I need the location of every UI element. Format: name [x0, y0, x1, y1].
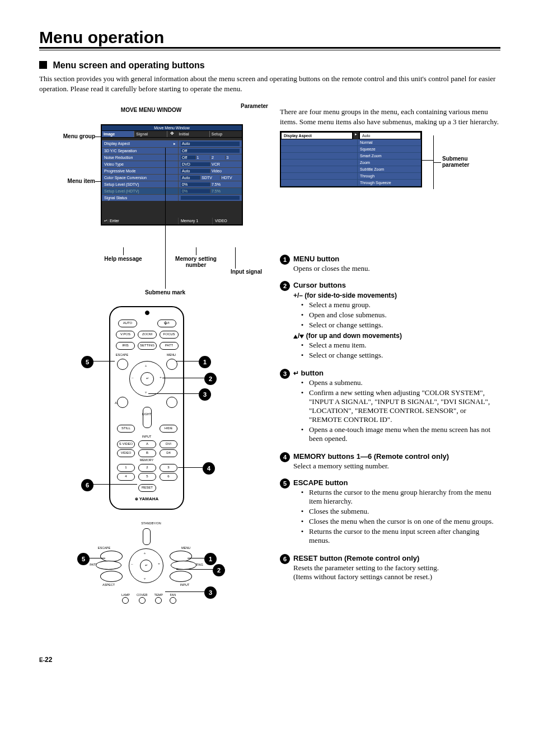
remote-hide: HIDE — [160, 425, 177, 433]
submenu-head-val: Auto — [359, 132, 421, 139]
desc-body: Select a memory setting number. — [293, 462, 500, 471]
panel-fan-led — [170, 597, 176, 604]
callout-num: 1 — [280, 255, 290, 265]
callout-2: 2 — [204, 373, 217, 385]
menu-row: Noise ReductionOff123 — [102, 154, 242, 161]
page-title: Menu operation — [39, 28, 500, 49]
panel-standby-label: STANDBY/ON — [137, 522, 165, 525]
panel-enter-btn: ↵ — [140, 560, 152, 572]
callout-5: 5 — [81, 356, 93, 368]
menu-row: 3D Y/C SeparationOff — [102, 147, 242, 154]
remote-m5: 5 — [138, 473, 156, 481]
submenu-item: Through Squeeze — [281, 180, 421, 186]
tab-signal: Signal — [134, 131, 167, 137]
menu-footer: ↵: Enter Memory 1 VIDEO — [102, 218, 242, 224]
desc-title: Cursor buttons — [293, 281, 500, 289]
desc-subtitle: +/– (for side-to-side movements) — [293, 292, 500, 299]
menu-window: Move Menu Window Image Signal ✥ Initial … — [101, 124, 243, 226]
callout-num: 4 — [280, 452, 290, 462]
remote-illustration: AUTO ⏻/I V.POS ZOOM FOCUS IRIS SETTING P… — [39, 303, 252, 516]
label-parameter: Parameter — [241, 103, 280, 109]
remote-video: VIDEO — [117, 449, 135, 457]
remote-m1: 1 — [117, 464, 135, 472]
remote-m4: 4 — [117, 473, 135, 481]
desc-body: Resets the parameter setting to the fact… — [293, 564, 500, 581]
remote-patt: PATT — [160, 342, 179, 350]
callout-num: 2 — [280, 281, 290, 291]
desc-title: ↵ button — [293, 369, 500, 377]
desc-title: RESET button (Remote control only) — [293, 554, 500, 562]
label-help-message: Help message — [92, 256, 154, 262]
remote-still: STILL — [117, 425, 135, 433]
callout-num: 3 — [280, 369, 290, 379]
desc-row: 3↵ buttonOpens a submenu.Confirm a new s… — [280, 369, 500, 444]
submenu-item: Through — [281, 173, 421, 180]
submenu-box: Display Aspect ▸ Auto NormalSqueezeSmart… — [280, 131, 422, 187]
subheading-row: Menu screen and operating buttons — [39, 60, 500, 71]
ir-dot-icon — [145, 311, 149, 315]
desc-row: 5ESCAPE buttonReturns the cursor to the … — [280, 478, 500, 546]
menu-memory: Memory 1 — [179, 218, 213, 224]
menu-row: Setup Level (SDTV)0%7.5% — [102, 181, 242, 187]
remote-d4: D4 — [160, 449, 177, 457]
menu-row: Progressive ModeAutoVideo — [102, 167, 242, 174]
remote-escape-label: ESCAPE — [114, 353, 130, 356]
panel-menu-label: MENU — [177, 546, 194, 550]
panel-lamp-led — [122, 597, 129, 604]
remote-focus: FOCUS — [160, 331, 179, 339]
submenu-item: Normal — [281, 139, 421, 146]
submenu-item: Smart Zoom — [281, 153, 421, 159]
menu-help: ↵: Enter — [102, 218, 179, 224]
panel-input-label: INPUT — [176, 583, 193, 586]
menu-tabs: Image Signal ✥ Initial Setup — [102, 131, 242, 138]
remote-memory-label: MEMORY — [138, 458, 155, 462]
callout-6: 6 — [81, 479, 93, 491]
label-menu-group: Menu group — [39, 133, 95, 139]
desc-row: 4MEMORY buttons 1—6 (Remote control only… — [280, 452, 500, 471]
panel-cover-led — [139, 597, 146, 604]
intro-paragraph: This section provides you with general i… — [39, 74, 500, 93]
panel-illustration: STANDBY/ON ESCAPE MENU ↵ ▵ ▿ – + PATTERN… — [39, 522, 252, 633]
menu-row: Signal Status — [102, 194, 242, 201]
move-menu-heading: MOVE MENU WINDOW — [39, 107, 263, 113]
panel-callout-5: 5 — [77, 553, 90, 565]
panel-callout-3: 3 — [204, 586, 217, 599]
remote-setting: SETTING — [138, 342, 157, 350]
square-bullet-icon — [39, 61, 47, 69]
remote-input-section-label: INPUT — [138, 435, 155, 438]
menu-row: Display Aspect ▸Auto — [102, 140, 242, 147]
menu-row: Color Space ConversionAutoSDTVHDTV — [102, 174, 242, 181]
desc-row: 6RESET button (Remote control only)Reset… — [280, 554, 500, 581]
panel-aspect-label: ASPECT — [100, 583, 117, 586]
remote-enter-btn: ↵ — [140, 372, 154, 386]
callout-3: 3 — [199, 388, 211, 401]
menu-input: VIDEO — [213, 218, 242, 224]
move-icon: ✥ — [167, 131, 177, 137]
remote-in-b: B — [138, 449, 156, 457]
remote-in-a: A — [138, 440, 156, 448]
tab-initial: Initial — [177, 131, 210, 137]
remote-escape-btn — [117, 359, 128, 370]
remote-light-btn — [143, 407, 152, 428]
label-memory-setting-number: Memory setting number — [165, 256, 227, 268]
tab-setup: Setup — [210, 131, 242, 137]
menu-row: Video TypeDVDVCR — [102, 161, 242, 167]
subheading: Menu screen and operating buttons — [53, 60, 204, 70]
remote-m2: 2 — [138, 464, 156, 472]
label-input-signal: Input signal — [221, 269, 271, 275]
remote-body: AUTO ⏻/I V.POS ZOOM FOCUS IRIS SETTING P… — [109, 306, 184, 510]
submenu-item: Subtitle Zoom — [281, 166, 421, 173]
remote-dvi: DVI — [160, 440, 177, 448]
tab-image: Image — [102, 131, 134, 137]
panel-escape-btn — [100, 551, 123, 562]
desc-body: Opens or closes the menu. — [293, 264, 500, 273]
callout-4: 4 — [203, 462, 215, 475]
remote-brand: ⊛ YAMAHA — [110, 496, 183, 501]
callout-num: 5 — [280, 478, 290, 489]
remote-vpos: V.POS — [116, 331, 135, 339]
panel-aspect-btn — [100, 571, 123, 582]
label-menu-item: Menu item — [39, 178, 95, 184]
right-intro: There are four menu groups in the menu, … — [280, 107, 500, 126]
remote-auto: AUTO — [118, 320, 137, 327]
submenu-diagram: Display Aspect ▸ Auto NormalSqueezeSmart… — [280, 131, 487, 204]
